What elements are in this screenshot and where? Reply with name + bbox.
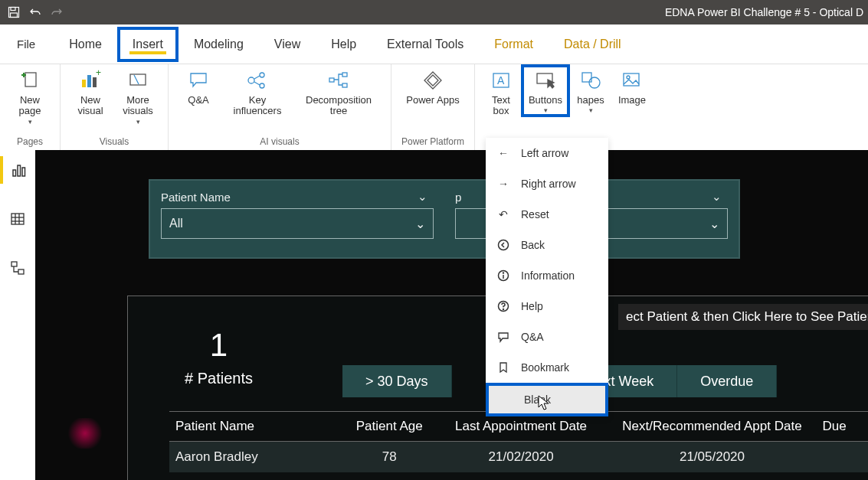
svg-rect-7: [87, 75, 91, 87]
new-page-button[interactable]: New page ▾: [6, 64, 54, 126]
group-power-platform-label: Power Platform: [398, 136, 468, 149]
mouse-cursor-icon: [538, 395, 552, 415]
tab-help[interactable]: Help: [316, 24, 372, 64]
svg-point-36: [499, 240, 509, 250]
cell-next: 21/05/2020: [608, 449, 816, 465]
col-next-appt[interactable]: Next/Recommended Appt Date: [608, 419, 816, 434]
tab-data-drill[interactable]: Data / Drill: [549, 24, 637, 64]
report-view-button[interactable]: [0, 156, 35, 184]
group-ai-visuals: Q&A Key influencers Decomposition tree A…: [169, 64, 391, 150]
tab-insert[interactable]: Insert: [117, 27, 179, 62]
tab-modeling[interactable]: Modeling: [179, 24, 259, 64]
group-visuals-label: Visuals: [67, 136, 162, 149]
buttons-label: Buttons: [529, 95, 562, 106]
group-visuals: + New visual More visuals ▾ Visuals: [61, 64, 169, 150]
col-patient-age[interactable]: Patient Age: [345, 419, 434, 434]
slicer-patient-dropdown[interactable]: All ⌄: [161, 208, 434, 239]
svg-line-14: [254, 76, 260, 79]
tab-file[interactable]: File: [0, 24, 54, 64]
slicer-patient[interactable]: Patient Name⌄ All ⌄: [150, 181, 444, 257]
key-influencers-label: Key influencers: [234, 95, 282, 117]
tab-external-tools[interactable]: External Tools: [372, 24, 479, 64]
qa-button[interactable]: Q&A: [175, 64, 222, 106]
ribbon: New page ▾ Pages + New visual More visua…: [0, 64, 868, 150]
decomposition-tree-button[interactable]: Decomposition tree: [293, 64, 385, 117]
view-switcher: [0, 150, 35, 480]
chevron-down-icon: ⌄: [709, 217, 719, 231]
new-visual-button[interactable]: + New visual: [67, 64, 114, 117]
buttons-button[interactable]: Buttons ▾: [521, 64, 570, 117]
menu-label: Help: [521, 300, 543, 312]
svg-rect-26: [13, 170, 16, 176]
tab-view[interactable]: View: [259, 24, 316, 64]
menu-help[interactable]: Help: [486, 291, 608, 322]
info-icon: [496, 269, 510, 282]
more-visuals-button[interactable]: More visuals ▾: [114, 64, 162, 126]
menu-information[interactable]: Information: [486, 260, 608, 291]
tab-format[interactable]: Format: [479, 24, 549, 64]
shapes-icon: [578, 67, 604, 93]
svg-rect-1: [11, 8, 15, 11]
speech-bubble-icon: [496, 330, 510, 344]
menu-reset[interactable]: ↶ Reset: [486, 199, 608, 230]
key-influencers-button[interactable]: Key influencers: [222, 64, 293, 117]
qa-label: Q&A: [188, 95, 208, 106]
svg-rect-24: [624, 73, 639, 86]
image-button[interactable]: Image: [611, 64, 653, 106]
svg-rect-35: [18, 269, 24, 274]
svg-point-13: [260, 83, 264, 88]
new-page-icon: [17, 67, 43, 93]
text-box-icon: A: [488, 67, 514, 93]
svg-rect-34: [11, 262, 17, 266]
save-icon[interactable]: [3, 0, 25, 24]
svg-rect-27: [18, 165, 21, 176]
cell-age: 78: [345, 449, 434, 465]
svg-point-41: [503, 309, 504, 310]
report-canvas[interactable]: Patient Name⌄ All ⌄ p⌄ ⌄ ect Patient & t…: [35, 150, 868, 480]
menu-right-arrow[interactable]: → Right arrow: [486, 168, 608, 199]
shapes-button[interactable]: hapes ▾: [570, 64, 611, 114]
svg-rect-17: [342, 73, 347, 77]
tab-home[interactable]: Home: [54, 24, 117, 64]
tab-overdue[interactable]: Overdue: [677, 365, 777, 397]
menu-left-arrow[interactable]: ← Left arrow: [486, 138, 608, 168]
menu-qa[interactable]: Q&A: [486, 322, 608, 352]
text-box-label: Text box: [492, 95, 510, 117]
svg-point-23: [589, 77, 600, 88]
more-visuals-icon: [125, 67, 151, 93]
blank-icon: [500, 393, 513, 407]
menu-label: Left arrow: [521, 147, 568, 159]
right-arrow-icon: →: [496, 177, 510, 191]
svg-rect-16: [329, 78, 334, 82]
menu-back[interactable]: Back: [486, 230, 608, 260]
menu-label: Right arrow: [521, 178, 576, 190]
model-view-button[interactable]: [0, 254, 35, 282]
text-box-button[interactable]: A Text box: [481, 64, 521, 117]
info-bar[interactable]: ect Patient & then Click Here to See Pat…: [618, 304, 868, 330]
col-last-appt[interactable]: Last Appointment Date: [434, 419, 608, 434]
table-row[interactable]: Aaron Bradley 78 21/02/2020 21/05/2020: [169, 442, 868, 472]
undo-icon[interactable]: [25, 0, 46, 24]
decomposition-label: Decomposition tree: [306, 95, 372, 117]
button-cursor-icon: [532, 67, 558, 93]
col-patient-name[interactable]: Patient Name: [169, 419, 345, 434]
power-apps-button[interactable]: Power Apps: [398, 64, 468, 106]
patient-count: 1 # Patients: [185, 327, 253, 387]
svg-rect-28: [22, 168, 25, 176]
new-visual-label: New visual: [77, 95, 103, 117]
menu-label: Back: [521, 239, 545, 251]
menu-label: Information: [521, 269, 575, 282]
svg-rect-2: [11, 13, 18, 18]
tab-30-days[interactable]: > 30 Days: [342, 365, 452, 397]
quick-access: [0, 0, 67, 24]
left-arrow-icon: ←: [496, 146, 510, 160]
speech-bubble-icon: [185, 67, 211, 93]
image-icon: [619, 67, 645, 93]
col-due[interactable]: Due: [817, 419, 868, 434]
svg-text:A: A: [497, 74, 505, 87]
window-title: EDNA Power BI Challenge # 5 - Optical D: [665, 6, 868, 18]
data-view-button[interactable]: [0, 205, 35, 233]
diamond-icon: [420, 67, 446, 93]
menu-bookmark[interactable]: Bookmark: [486, 352, 608, 383]
svg-line-15: [254, 82, 260, 85]
